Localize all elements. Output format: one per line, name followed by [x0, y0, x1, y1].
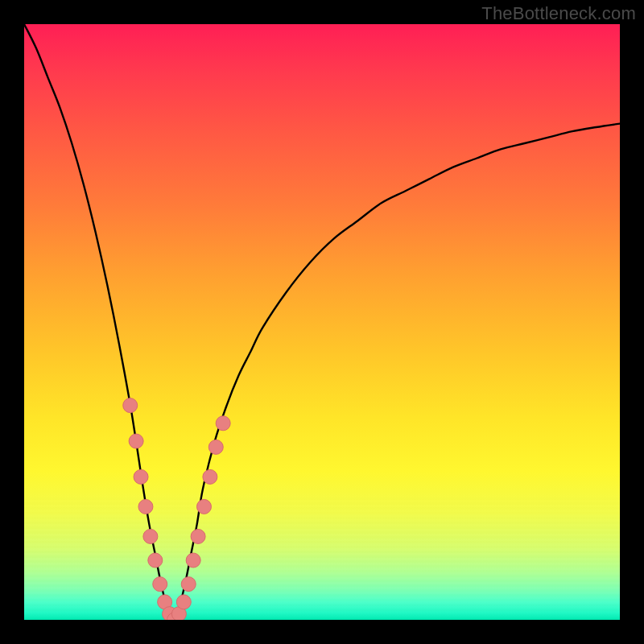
watermark-text: TheBottleneck.com	[481, 3, 636, 24]
bottleneck-curve	[24, 24, 620, 620]
sample-point	[134, 469, 148, 484]
sample-point	[208, 440, 223, 454]
sample-point	[176, 595, 191, 609]
sample-point	[203, 469, 217, 484]
plot-area	[24, 24, 620, 620]
chart-frame: TheBottleneck.com	[0, 0, 644, 644]
sample-point	[123, 398, 138, 413]
sample-point	[143, 529, 158, 543]
sample-point	[186, 553, 200, 568]
sample-point	[196, 499, 211, 514]
sample-point	[191, 529, 205, 543]
sample-point	[129, 434, 143, 448]
sample-point	[181, 577, 196, 592]
sample-point	[138, 499, 153, 514]
sample-point	[153, 577, 167, 592]
sample-points	[123, 398, 230, 620]
curve-layer	[24, 24, 620, 620]
sample-point	[148, 553, 163, 568]
sample-point	[216, 416, 230, 431]
